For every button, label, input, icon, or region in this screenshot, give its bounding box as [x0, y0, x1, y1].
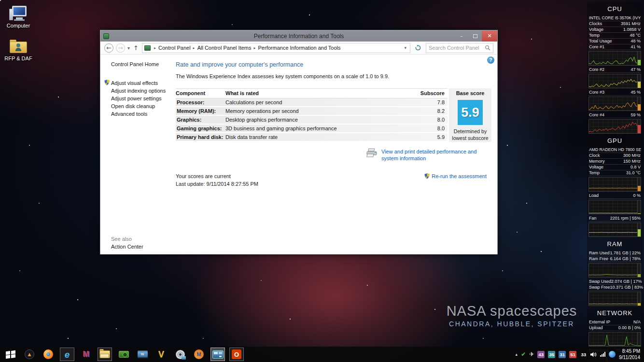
- desktop: NASA spacescapes CHANDRA, HUBBLE, SPITZE…: [0, 0, 644, 362]
- sidebar-task-link[interactable]: Adjust power settings: [111, 95, 174, 102]
- maximize-button[interactable]: [468, 30, 482, 42]
- taskbar-item-v-app[interactable]: V: [154, 348, 168, 361]
- temp-badge[interactable]: 51: [569, 351, 576, 358]
- printer-icon: [366, 148, 378, 157]
- sidebar-item-action-center[interactable]: Action Center: [111, 244, 143, 250]
- cpu-stat-row: Voltage1.0858 V: [588, 27, 641, 33]
- control-panel-sidebar: Control Panel Home Adjust visual effects…: [100, 55, 174, 254]
- network-stat-row: External IPN/A: [588, 320, 641, 325]
- desktop-icon-rfp-daf[interactable]: RFP & DAF: [1, 37, 36, 61]
- taskbar-item-firefox[interactable]: [41, 348, 56, 361]
- desktop-icon-label: RFP & DAF: [1, 56, 36, 61]
- taskbar-item-media-monkey[interactable]: M: [192, 348, 206, 361]
- temp-badge[interactable]: 33: [580, 351, 587, 358]
- internet-explorer-icon: e: [65, 350, 70, 359]
- breadcrumb-item[interactable]: ▸Performance Information and Tools: [252, 45, 341, 51]
- rerun-assessment-link[interactable]: Re-run the assessment: [424, 173, 487, 180]
- gpu-stat-row: Temp31.0 °C: [588, 170, 641, 176]
- taskbar-item-performance-tools[interactable]: [210, 348, 225, 361]
- sidebar-task-link[interactable]: Open disk cleanup: [111, 102, 174, 110]
- help-icon[interactable]: ?: [487, 56, 494, 64]
- breadcrumb-separator-icon: ▸: [252, 46, 258, 50]
- print-details-link[interactable]: View and print detailed performance and …: [381, 148, 487, 162]
- cpu-stat-row: Temp48 °C: [588, 33, 641, 39]
- cpu-core-block: Core #345 %: [588, 90, 641, 111]
- wei-table-header: Component What is rated Subscore: [176, 88, 448, 98]
- taskbar-item-file-explorer[interactable]: [98, 348, 112, 361]
- base-score-box: 5.9: [458, 100, 483, 125]
- dropdown-caret-icon[interactable]: ▾: [127, 45, 130, 51]
- taskbar-clock[interactable]: 8:45 PM 9/11/2014: [619, 348, 640, 361]
- breadcrumb-caret-icon[interactable]: ▾: [403, 45, 408, 50]
- green-check-icon[interactable]: ✔: [521, 351, 526, 358]
- cpu-core-block: Core #141 %: [588, 44, 641, 66]
- cpu-core-block: Core #459 %: [588, 112, 641, 134]
- breadcrumb[interactable]: ▸Control Panel▸All Control Panel Items▸P…: [142, 43, 410, 53]
- jet-cursor-icon[interactable]: ✈: [529, 351, 534, 358]
- cpu-core-graph: [588, 74, 641, 88]
- start-button[interactable]: [3, 348, 18, 361]
- uac-shield-icon: [104, 80, 110, 85]
- network-stat-row: Upload0.00 B | 0%: [588, 325, 641, 331]
- temp-badge[interactable]: 35: [548, 351, 555, 358]
- upload-graph: [588, 332, 641, 347]
- forward-icon[interactable]: →: [116, 43, 125, 53]
- disc-icon: [176, 350, 185, 359]
- search-icon: [485, 45, 490, 51]
- desktop-icon-label: Computer: [1, 23, 36, 28]
- back-icon[interactable]: ←: [104, 43, 113, 53]
- wallpaper-credit-subtitle: CHANDRA, HUBBLE, SPITZER: [437, 320, 587, 328]
- sidebar-task-link[interactable]: Adjust indexing options: [111, 87, 174, 95]
- title-bar[interactable]: Performance Information and Tools – ✕: [100, 30, 497, 42]
- search-box[interactable]: [426, 43, 493, 53]
- minimize-button[interactable]: –: [455, 30, 468, 42]
- taskbar-item-disc-tool[interactable]: [173, 348, 187, 361]
- temp-badge[interactable]: 43: [537, 351, 545, 358]
- cpu-section-title: CPU: [588, 3, 641, 15]
- ram-stat-row: Ram Free6.164 GB | 78%: [588, 256, 641, 262]
- cpu-core-graph: [588, 119, 641, 134]
- breadcrumb-item[interactable]: ▸Control Panel: [152, 45, 191, 51]
- taskbar-item-media-m-app[interactable]: M: [79, 348, 93, 361]
- gpu-fan-row: Fan2201 rpm | 55%: [588, 216, 641, 222]
- media-monkey-icon: M: [194, 349, 204, 359]
- close-button[interactable]: ✕: [482, 30, 497, 42]
- system-monitor-widget: CPU INTEL CORE I5 3570K (IVY BR... Clock…: [587, 2, 643, 362]
- volume-icon[interactable]: [590, 352, 597, 357]
- computer-icon: [9, 6, 28, 21]
- windows-logo-icon: [6, 350, 15, 358]
- temp-badge[interactable]: 31: [559, 351, 566, 358]
- cpu-name: INTEL CORE I5 3570K (IVY BR...: [588, 15, 641, 21]
- desktop-icon-computer[interactable]: Computer: [1, 4, 36, 28]
- gpu-load-graph: [588, 200, 641, 214]
- aida64-icon: ▲: [25, 349, 34, 359]
- up-icon[interactable]: ↑: [132, 44, 140, 52]
- ram-graph: [588, 263, 641, 278]
- network-signal-icon[interactable]: [600, 352, 605, 357]
- taskbar-item-gpu-z[interactable]: [116, 348, 131, 361]
- taskbar-item-aida64[interactable]: ▲: [22, 348, 37, 361]
- search-input[interactable]: [429, 45, 485, 51]
- wei-table-row: Graphics: Desktop graphics performance 8…: [176, 116, 448, 125]
- blue-app-icon[interactable]: [609, 351, 616, 358]
- firefox-icon: [43, 349, 53, 359]
- gpu-fan-graph: [588, 223, 641, 237]
- cpu-stat-row: Clocks3591 MHz: [588, 21, 641, 27]
- main-content: ? Rate and improve your computer's perfo…: [174, 55, 497, 254]
- taskbar-item-video-encoder[interactable]: TE: [135, 348, 150, 361]
- breadcrumb-item[interactable]: ▸All Control Panel Items: [191, 45, 252, 51]
- gpu-stat-row: Clock300 MHz: [588, 153, 641, 159]
- gpu-load-row: Load0 %: [588, 193, 641, 199]
- wei-table-row: Memory (RAM): Memory operations per seco…: [176, 107, 448, 116]
- sidebar-item-control-panel-home[interactable]: Control Panel Home: [111, 61, 174, 67]
- swap-graph: [588, 292, 641, 306]
- refresh-icon[interactable]: [413, 43, 423, 53]
- sidebar-task-link[interactable]: Adjust visual effects: [111, 79, 174, 87]
- see-also-label: See also: [111, 236, 143, 242]
- cpu-core-graph: [588, 51, 641, 66]
- taskbar-item-office[interactable]: O: [229, 348, 244, 361]
- hidden-icons-chevron-icon[interactable]: ▴: [516, 352, 518, 357]
- taskbar-item-internet-explorer[interactable]: e: [60, 348, 74, 361]
- performance-window: Performance Information and Tools – ✕ ← …: [100, 30, 498, 254]
- sidebar-task-link[interactable]: Advanced tools: [111, 110, 174, 118]
